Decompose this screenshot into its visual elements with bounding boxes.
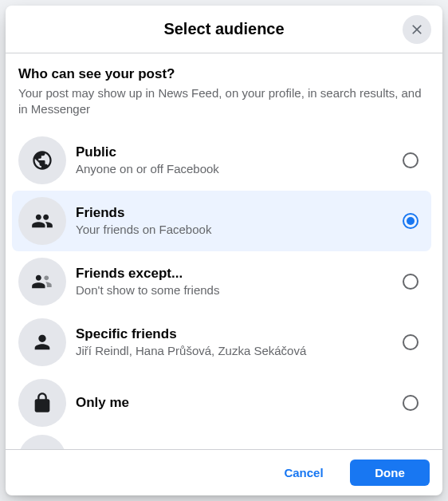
- option-title: Friends except...: [76, 266, 403, 282]
- option-text: Friends except... Don't show to some fri…: [76, 266, 403, 297]
- scroll-area[interactable]: Who can see your post? Your post may sho…: [6, 53, 442, 449]
- option-specific-friends[interactable]: Specific friends Jiří Reindl, Hana Průšo…: [12, 312, 431, 373]
- option-custom[interactable]: Custom: [12, 433, 431, 449]
- intro-title: Who can see your post?: [18, 66, 425, 82]
- option-public[interactable]: Public Anyone on or off Facebook: [12, 130, 431, 191]
- friends-icon: [18, 197, 66, 245]
- close-button[interactable]: [403, 15, 431, 44]
- radio-button[interactable]: [403, 152, 419, 168]
- option-title: Friends: [76, 205, 403, 221]
- dialog-title: Select audience: [163, 20, 284, 38]
- radio-button[interactable]: [403, 213, 419, 229]
- radio-button[interactable]: [403, 395, 419, 411]
- option-title: Specific friends: [76, 326, 403, 342]
- option-text: Friends Your friends on Facebook: [76, 205, 403, 236]
- option-text: Only me: [76, 395, 403, 411]
- cancel-button[interactable]: Cancel: [264, 460, 344, 486]
- intro-description: Your post may show up in News Feed, on y…: [18, 85, 425, 117]
- friends-except-icon: [18, 258, 66, 306]
- option-title: Only me: [76, 395, 403, 411]
- option-text: Public Anyone on or off Facebook: [76, 144, 403, 176]
- radio-button[interactable]: [403, 274, 419, 290]
- option-description: Your friends on Facebook: [76, 223, 403, 236]
- person-icon: [18, 318, 66, 366]
- close-icon: [409, 22, 425, 37]
- globe-icon: [18, 136, 66, 184]
- option-friends[interactable]: Friends Your friends on Facebook: [12, 191, 431, 251]
- audience-dialog: Select audience Who can see your post? Y…: [6, 6, 442, 495]
- options-list: Public Anyone on or off Facebook Friends…: [6, 124, 438, 449]
- radio-button[interactable]: [403, 334, 419, 350]
- option-text: Specific friends Jiří Reindl, Hana Průšo…: [76, 326, 403, 357]
- option-only-me[interactable]: Only me: [12, 373, 431, 433]
- dialog-header: Select audience: [6, 6, 442, 53]
- option-description: Don't show to some friends: [76, 283, 403, 297]
- option-description: Anyone on or off Facebook: [76, 162, 403, 176]
- option-friends-except[interactable]: Friends except... Don't show to some fri…: [12, 251, 431, 312]
- intro-section: Who can see your post? Your post may sho…: [6, 53, 438, 124]
- done-button[interactable]: Done: [350, 460, 430, 486]
- gear-icon: [18, 435, 66, 449]
- dialog-footer: Cancel Done: [6, 449, 442, 495]
- option-description: Jiří Reindl, Hana Průšová, Zuzka Sekáčov…: [76, 344, 403, 357]
- lock-icon: [18, 379, 66, 427]
- option-title: Public: [76, 144, 403, 160]
